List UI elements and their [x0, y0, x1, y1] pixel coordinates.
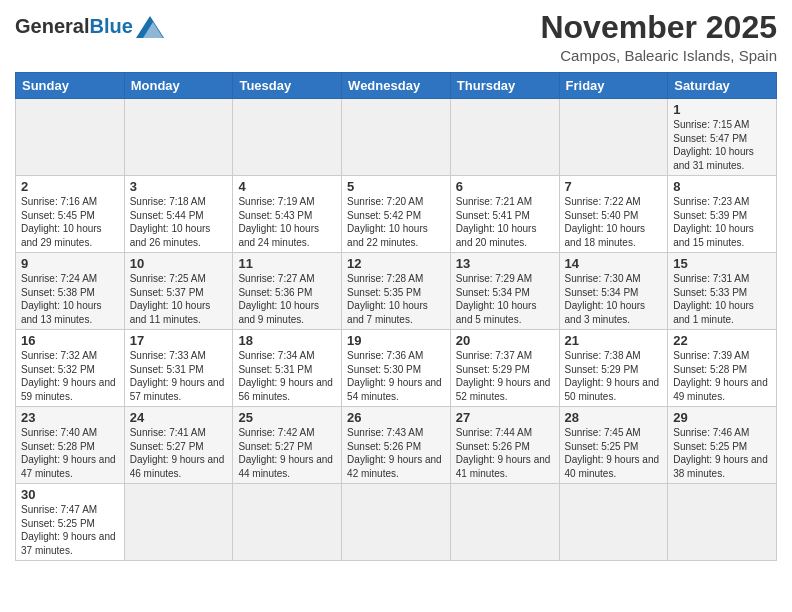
weekday-header-monday: Monday — [124, 73, 233, 99]
day-info: Sunrise: 7:23 AM Sunset: 5:39 PM Dayligh… — [673, 195, 771, 249]
calendar-cell — [124, 99, 233, 176]
calendar-cell — [450, 484, 559, 561]
calendar-cell: 24Sunrise: 7:41 AM Sunset: 5:27 PM Dayli… — [124, 407, 233, 484]
day-number: 6 — [456, 179, 554, 194]
day-number: 12 — [347, 256, 445, 271]
calendar-cell: 11Sunrise: 7:27 AM Sunset: 5:36 PM Dayli… — [233, 253, 342, 330]
calendar-cell — [233, 99, 342, 176]
calendar-cell: 25Sunrise: 7:42 AM Sunset: 5:27 PM Dayli… — [233, 407, 342, 484]
calendar-cell — [342, 484, 451, 561]
day-info: Sunrise: 7:42 AM Sunset: 5:27 PM Dayligh… — [238, 426, 336, 480]
day-number: 9 — [21, 256, 119, 271]
day-info: Sunrise: 7:46 AM Sunset: 5:25 PM Dayligh… — [673, 426, 771, 480]
calendar-week-row: 1Sunrise: 7:15 AM Sunset: 5:47 PM Daylig… — [16, 99, 777, 176]
calendar-cell: 28Sunrise: 7:45 AM Sunset: 5:25 PM Dayli… — [559, 407, 668, 484]
day-info: Sunrise: 7:20 AM Sunset: 5:42 PM Dayligh… — [347, 195, 445, 249]
calendar-cell — [450, 99, 559, 176]
calendar-cell — [233, 484, 342, 561]
day-info: Sunrise: 7:32 AM Sunset: 5:32 PM Dayligh… — [21, 349, 119, 403]
day-number: 24 — [130, 410, 228, 425]
day-number: 14 — [565, 256, 663, 271]
weekday-header-friday: Friday — [559, 73, 668, 99]
calendar-cell — [559, 99, 668, 176]
calendar-cell: 3Sunrise: 7:18 AM Sunset: 5:44 PM Daylig… — [124, 176, 233, 253]
logo-icon — [136, 16, 164, 38]
day-number: 21 — [565, 333, 663, 348]
page-header: General Blue November 2025 Campos, Balea… — [15, 10, 777, 64]
logo-general-text: General — [15, 15, 89, 38]
calendar-week-row: 30Sunrise: 7:47 AM Sunset: 5:25 PM Dayli… — [16, 484, 777, 561]
day-number: 23 — [21, 410, 119, 425]
day-info: Sunrise: 7:27 AM Sunset: 5:36 PM Dayligh… — [238, 272, 336, 326]
day-info: Sunrise: 7:44 AM Sunset: 5:26 PM Dayligh… — [456, 426, 554, 480]
day-number: 22 — [673, 333, 771, 348]
day-info: Sunrise: 7:45 AM Sunset: 5:25 PM Dayligh… — [565, 426, 663, 480]
day-number: 17 — [130, 333, 228, 348]
logo: General Blue — [15, 10, 164, 38]
day-info: Sunrise: 7:43 AM Sunset: 5:26 PM Dayligh… — [347, 426, 445, 480]
day-number: 20 — [456, 333, 554, 348]
day-info: Sunrise: 7:41 AM Sunset: 5:27 PM Dayligh… — [130, 426, 228, 480]
calendar-cell: 15Sunrise: 7:31 AM Sunset: 5:33 PM Dayli… — [668, 253, 777, 330]
day-info: Sunrise: 7:21 AM Sunset: 5:41 PM Dayligh… — [456, 195, 554, 249]
day-info: Sunrise: 7:16 AM Sunset: 5:45 PM Dayligh… — [21, 195, 119, 249]
day-number: 15 — [673, 256, 771, 271]
day-number: 30 — [21, 487, 119, 502]
calendar-cell: 20Sunrise: 7:37 AM Sunset: 5:29 PM Dayli… — [450, 330, 559, 407]
logo-blue-text: Blue — [89, 15, 132, 38]
day-info: Sunrise: 7:34 AM Sunset: 5:31 PM Dayligh… — [238, 349, 336, 403]
day-info: Sunrise: 7:15 AM Sunset: 5:47 PM Dayligh… — [673, 118, 771, 172]
calendar-cell — [668, 484, 777, 561]
month-title: November 2025 — [540, 10, 777, 45]
day-info: Sunrise: 7:19 AM Sunset: 5:43 PM Dayligh… — [238, 195, 336, 249]
day-number: 4 — [238, 179, 336, 194]
title-area: November 2025 Campos, Balearic Islands, … — [540, 10, 777, 64]
calendar-table: SundayMondayTuesdayWednesdayThursdayFrid… — [15, 72, 777, 561]
day-info: Sunrise: 7:40 AM Sunset: 5:28 PM Dayligh… — [21, 426, 119, 480]
calendar-cell: 4Sunrise: 7:19 AM Sunset: 5:43 PM Daylig… — [233, 176, 342, 253]
calendar-cell: 18Sunrise: 7:34 AM Sunset: 5:31 PM Dayli… — [233, 330, 342, 407]
day-info: Sunrise: 7:30 AM Sunset: 5:34 PM Dayligh… — [565, 272, 663, 326]
day-info: Sunrise: 7:38 AM Sunset: 5:29 PM Dayligh… — [565, 349, 663, 403]
day-number: 19 — [347, 333, 445, 348]
calendar-cell: 30Sunrise: 7:47 AM Sunset: 5:25 PM Dayli… — [16, 484, 125, 561]
day-info: Sunrise: 7:39 AM Sunset: 5:28 PM Dayligh… — [673, 349, 771, 403]
calendar-cell: 21Sunrise: 7:38 AM Sunset: 5:29 PM Dayli… — [559, 330, 668, 407]
day-number: 8 — [673, 179, 771, 194]
day-number: 3 — [130, 179, 228, 194]
day-number: 18 — [238, 333, 336, 348]
calendar-cell: 14Sunrise: 7:30 AM Sunset: 5:34 PM Dayli… — [559, 253, 668, 330]
calendar-cell: 5Sunrise: 7:20 AM Sunset: 5:42 PM Daylig… — [342, 176, 451, 253]
day-info: Sunrise: 7:28 AM Sunset: 5:35 PM Dayligh… — [347, 272, 445, 326]
weekday-header-saturday: Saturday — [668, 73, 777, 99]
calendar-cell — [559, 484, 668, 561]
day-number: 5 — [347, 179, 445, 194]
day-info: Sunrise: 7:18 AM Sunset: 5:44 PM Dayligh… — [130, 195, 228, 249]
day-number: 10 — [130, 256, 228, 271]
weekday-header-thursday: Thursday — [450, 73, 559, 99]
calendar-cell: 10Sunrise: 7:25 AM Sunset: 5:37 PM Dayli… — [124, 253, 233, 330]
calendar-cell: 23Sunrise: 7:40 AM Sunset: 5:28 PM Dayli… — [16, 407, 125, 484]
day-number: 28 — [565, 410, 663, 425]
calendar-cell: 16Sunrise: 7:32 AM Sunset: 5:32 PM Dayli… — [16, 330, 125, 407]
calendar-cell: 29Sunrise: 7:46 AM Sunset: 5:25 PM Dayli… — [668, 407, 777, 484]
day-info: Sunrise: 7:25 AM Sunset: 5:37 PM Dayligh… — [130, 272, 228, 326]
day-info: Sunrise: 7:22 AM Sunset: 5:40 PM Dayligh… — [565, 195, 663, 249]
day-info: Sunrise: 7:24 AM Sunset: 5:38 PM Dayligh… — [21, 272, 119, 326]
day-info: Sunrise: 7:33 AM Sunset: 5:31 PM Dayligh… — [130, 349, 228, 403]
calendar-cell: 9Sunrise: 7:24 AM Sunset: 5:38 PM Daylig… — [16, 253, 125, 330]
calendar-cell: 7Sunrise: 7:22 AM Sunset: 5:40 PM Daylig… — [559, 176, 668, 253]
day-info: Sunrise: 7:36 AM Sunset: 5:30 PM Dayligh… — [347, 349, 445, 403]
calendar-cell: 19Sunrise: 7:36 AM Sunset: 5:30 PM Dayli… — [342, 330, 451, 407]
day-number: 27 — [456, 410, 554, 425]
day-info: Sunrise: 7:29 AM Sunset: 5:34 PM Dayligh… — [456, 272, 554, 326]
day-number: 11 — [238, 256, 336, 271]
calendar-cell: 17Sunrise: 7:33 AM Sunset: 5:31 PM Dayli… — [124, 330, 233, 407]
day-info: Sunrise: 7:37 AM Sunset: 5:29 PM Dayligh… — [456, 349, 554, 403]
day-number: 25 — [238, 410, 336, 425]
calendar-cell: 26Sunrise: 7:43 AM Sunset: 5:26 PM Dayli… — [342, 407, 451, 484]
calendar-cell — [16, 99, 125, 176]
calendar-cell: 6Sunrise: 7:21 AM Sunset: 5:41 PM Daylig… — [450, 176, 559, 253]
calendar-cell: 1Sunrise: 7:15 AM Sunset: 5:47 PM Daylig… — [668, 99, 777, 176]
weekday-header-row: SundayMondayTuesdayWednesdayThursdayFrid… — [16, 73, 777, 99]
